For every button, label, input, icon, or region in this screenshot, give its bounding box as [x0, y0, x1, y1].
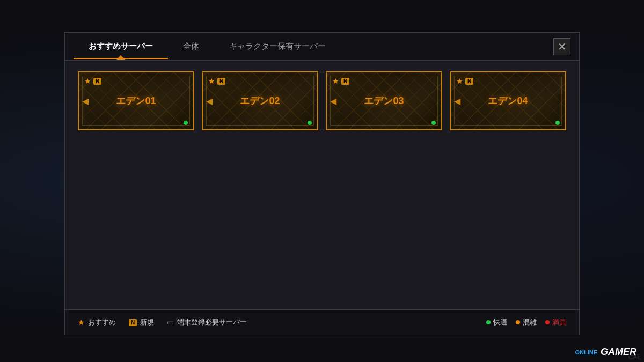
new-badge-3: N	[341, 78, 349, 85]
card-top-row-2: ★ N	[208, 77, 225, 85]
new-badge-2: N	[217, 78, 225, 85]
legend-recommended-label: おすすめ	[88, 317, 116, 327]
star-icon-3: ★	[332, 77, 339, 85]
server-name-3: エデン03	[364, 94, 404, 107]
footer-legend: ★ おすすめ N 新規 ▭ 端末登録必要サーバー 快適 混雑 満員	[65, 309, 579, 335]
server-card-1[interactable]: ★ N ◀ エデン01	[78, 71, 194, 130]
dot-orange-icon	[516, 320, 520, 324]
star-icon-4: ★	[456, 77, 463, 85]
device-icon: ▭	[167, 318, 174, 327]
server-name-1: エデン01	[116, 94, 156, 107]
legend-new-label: 新規	[140, 317, 154, 327]
legend-device-label: 端末登録必要サーバー	[177, 317, 247, 327]
status-full-label: 満員	[552, 317, 566, 327]
status-comfortable-label: 快適	[493, 317, 507, 327]
server-card-2[interactable]: ★ N ◀ エデン02	[202, 71, 318, 130]
close-button[interactable]: ✕	[553, 38, 570, 55]
dot-red-icon	[545, 320, 550, 324]
status-comfortable: 快適	[486, 317, 507, 327]
tab-recommended[interactable]: おすすめサーバー	[74, 34, 168, 59]
legend-new: N 新規	[129, 317, 154, 327]
tab-bar: おすすめサーバー 全体 キャラクター保有サーバー ✕	[65, 33, 579, 61]
server-card-3[interactable]: ★ N ◀ エデン03	[326, 71, 442, 130]
dot-green-icon	[486, 320, 491, 324]
online-text: ONLINE	[575, 349, 597, 356]
status-dot-2	[308, 121, 312, 125]
cal-label: CAL	[625, 352, 644, 362]
status-busy: 混雑	[516, 317, 537, 327]
status-legend: 快適 混雑 満員	[486, 317, 566, 327]
star-icon-1: ★	[84, 77, 91, 85]
legend-device: ▭ 端末登録必要サーバー	[167, 317, 247, 327]
legend-star-icon: ★	[78, 318, 85, 327]
star-icon-2: ★	[208, 77, 215, 85]
server-name-4: エデン04	[488, 94, 528, 107]
new-badge-1: N	[93, 78, 101, 85]
card-top-row-4: ★ N	[456, 77, 473, 85]
card-top-row-1: ★ N	[84, 77, 101, 85]
status-full: 満員	[545, 317, 566, 327]
status-dot-4	[555, 121, 560, 125]
arrow-left-2: ◀	[206, 96, 213, 106]
new-badge-4: N	[465, 78, 473, 85]
tab-all[interactable]: 全体	[168, 34, 214, 59]
arrow-left-3: ◀	[330, 96, 336, 106]
status-dot-3	[431, 121, 436, 125]
status-busy-label: 混雑	[523, 317, 537, 327]
server-selection-dialog: おすすめサーバー 全体 キャラクター保有サーバー ✕ ★ N ◀ エデン01	[64, 32, 580, 335]
server-grid: ★ N ◀ エデン01 ★ N ◀ エデン02	[78, 71, 566, 130]
status-dot-1	[184, 121, 188, 125]
arrow-left-1: ◀	[82, 96, 89, 106]
tab-character[interactable]: キャラクター保有サーバー	[214, 34, 341, 59]
server-name-2: エデン02	[240, 94, 280, 107]
card-top-row-3: ★ N	[332, 77, 349, 85]
server-card-4[interactable]: ★ N ◀ エデン04	[450, 71, 566, 130]
legend-recommended: ★ おすすめ	[78, 317, 116, 327]
arrow-left-4: ◀	[454, 96, 460, 106]
legend-n-badge: N	[129, 319, 137, 326]
dialog-content: ★ N ◀ エデン01 ★ N ◀ エデン02	[65, 61, 579, 309]
